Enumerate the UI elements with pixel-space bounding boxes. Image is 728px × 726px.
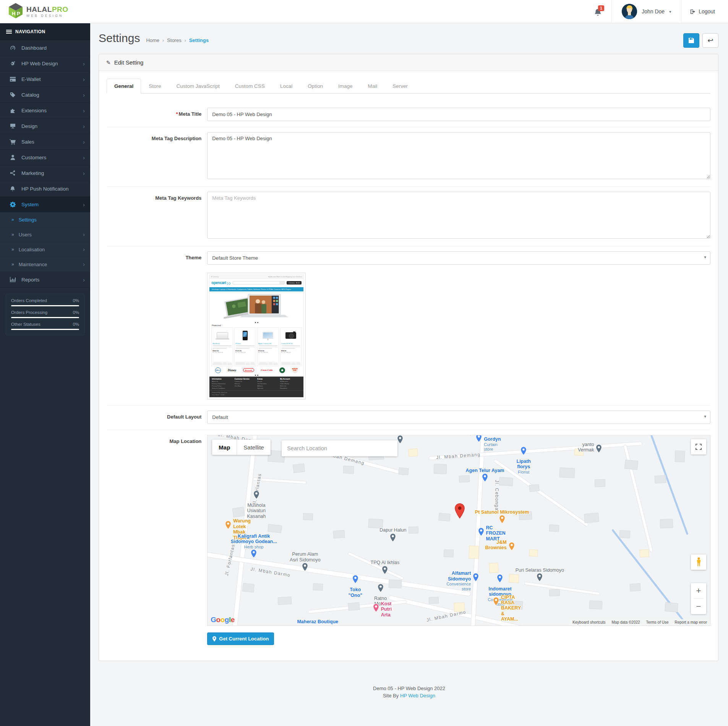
pink-pin-icon	[373, 603, 379, 614]
red-pin-icon	[455, 503, 465, 520]
sidebar-subitem-settings[interactable]: »Settings	[0, 212, 90, 227]
sidebar-item-customers[interactable]: Customers›	[0, 150, 90, 165]
sidebar-item-system[interactable]: System›	[0, 197, 90, 212]
meta-description-textarea[interactable]: Demo 05 - HP Web Design	[207, 132, 710, 179]
map-building	[619, 530, 631, 538]
sidebar-item-reports[interactable]: Reports›	[0, 272, 90, 288]
map-type-satellite-button[interactable]: Satellite	[237, 440, 270, 455]
tab-general[interactable]: General	[107, 79, 141, 94]
chevron-down-icon: ▾	[669, 10, 671, 14]
map-building	[549, 524, 559, 532]
dashboard-icon	[8, 45, 17, 51]
map-building	[459, 475, 470, 482]
brand-logo[interactable]: H P HALALPRO WEB DESIGN	[0, 0, 90, 23]
meta-title-input[interactable]	[207, 108, 710, 121]
sidebar-item-catalog[interactable]: Catalog›	[0, 87, 90, 103]
sidebar-item-marketing[interactable]: Marketing›	[0, 165, 90, 181]
preview-product-iphone: iPhone$123.20Ex Tax: $101.00	[234, 327, 256, 366]
user-name: John Doe	[642, 8, 665, 15]
footer-site-link[interactable]: HP Web Design	[400, 693, 435, 699]
menu-icon	[6, 30, 12, 31]
map-building	[428, 597, 439, 604]
poi-label: TPQ Al Ikhlas	[371, 560, 400, 565]
keyboard-shortcuts-link[interactable]: Keyboard shortcuts	[572, 620, 605, 624]
sidebar-item-dashboard[interactable]: Dashboard	[0, 40, 90, 56]
fullscreen-button[interactable]	[691, 439, 706, 454]
google-map[interactable]: Jl. ForlantasJl. ForlantasJl. Mbah Darmo…	[207, 435, 710, 626]
blue-pin-icon	[251, 549, 257, 560]
tag-icon	[8, 92, 17, 98]
sidebar-subitem-localisation[interactable]: »Localisation›	[0, 242, 90, 257]
tab-store[interactable]: Store	[141, 79, 169, 94]
tab-custom-css[interactable]: Custom CSS	[227, 79, 272, 94]
map-building	[499, 477, 513, 486]
zoom-out-button[interactable]: −	[691, 599, 706, 614]
blue-pin-icon	[482, 473, 488, 484]
sidebar-subitem-maintenance[interactable]: »Maintenance›	[0, 257, 90, 272]
map-road	[388, 595, 549, 626]
sidebar-item-extensions[interactable]: Extensions›	[0, 103, 90, 118]
breadcrumb-home[interactable]: Home	[146, 37, 159, 43]
sidebar-item-e-wallet[interactable]: E-Wallet›	[0, 71, 90, 87]
stat-progress-bar	[11, 317, 79, 318]
blue-pin-icon	[497, 574, 503, 585]
brand-tagline: WEB DESIGN	[26, 14, 68, 18]
get-current-location-button[interactable]: Get Current Location	[207, 632, 274, 645]
notifications-button[interactable]: 1	[587, 5, 611, 19]
sidebar-header[interactable]: NAVIGATION	[0, 23, 90, 40]
street-label: Jl. Cebongan	[494, 480, 499, 514]
report-error-link[interactable]: Report a map error	[675, 620, 707, 624]
meta-keywords-textarea[interactable]	[207, 192, 710, 239]
map-building	[343, 466, 354, 474]
terms-link[interactable]: Terms of Use	[646, 620, 669, 624]
required-asterisk: *	[176, 111, 178, 117]
breadcrumb-stores[interactable]: Stores	[167, 37, 182, 43]
sidebar-item-label: E-Wallet	[21, 76, 41, 82]
map-type-map-button[interactable]: Map	[212, 440, 237, 455]
breadcrumb-settings[interactable]: Settings	[189, 37, 209, 43]
sidebar-item-sales[interactable]: Sales›	[0, 134, 90, 150]
sidebar-subitem-users[interactable]: »Users›	[0, 227, 90, 242]
map-building	[303, 513, 313, 521]
tab-mail[interactable]: Mail	[360, 79, 385, 94]
save-button[interactable]	[683, 33, 699, 48]
stat-progress-bar	[11, 329, 79, 330]
tab-local[interactable]: Local	[272, 79, 300, 94]
chevron-right-icon: ›	[83, 276, 85, 283]
orange-pin-icon	[493, 597, 499, 608]
back-button[interactable]: ↩	[702, 33, 718, 48]
map-search-input[interactable]	[287, 445, 392, 451]
sidebar-item-hp-push-notification[interactable]: HP Push Notification	[0, 181, 90, 197]
blue-pin-icon	[520, 446, 527, 457]
poi-label: CIPTA RASA BAKERY & AYAM...	[501, 595, 521, 622]
map-building	[438, 513, 451, 522]
page-header: Settings Home › Stores › Settings ↩	[90, 23, 728, 52]
avatar	[622, 4, 637, 19]
tab-image[interactable]: Image	[331, 79, 360, 94]
form-group-meta-title: *Meta Title	[107, 103, 710, 127]
form-group-theme: Theme Default Store Theme $ Currency	[107, 246, 710, 406]
sidebar-item-hp-web-design[interactable]: HP Web Design›	[0, 56, 90, 71]
zoom-in-button[interactable]: +	[691, 583, 706, 598]
gray-pin-icon	[467, 435, 473, 438]
sidebar-item-label: Marketing	[21, 170, 44, 176]
user-menu[interactable]: John Doe ▾	[612, 4, 681, 19]
tab-custom-javascript[interactable]: Custom JavaScript	[169, 79, 227, 94]
form-group-default-layout: Default Layout Default	[107, 406, 710, 430]
logout-button[interactable]: Logout	[681, 8, 720, 15]
poi-label: J&M Brownies	[485, 540, 506, 551]
pegman-control[interactable]	[691, 555, 706, 570]
chevron-right-icon: ›	[83, 76, 85, 82]
preview-product-canon-eos-5d: Canon EOS 5D$98.00Ex Tax: $80.00	[280, 327, 302, 366]
gray-pin-icon	[302, 563, 308, 573]
chevron-right-icon: ›	[83, 154, 85, 161]
theme-select[interactable]: Default Store Theme	[207, 251, 710, 265]
map-building	[388, 580, 402, 589]
sidebar-item-design[interactable]: Design›	[0, 118, 90, 134]
tab-option[interactable]: Option	[300, 79, 331, 94]
gray-pin-icon	[596, 444, 602, 455]
tab-server[interactable]: Server	[385, 79, 415, 94]
poi-label: Pt Satunol Mikrosystem	[475, 509, 529, 515]
map-building	[624, 459, 638, 470]
default-layout-select[interactable]: Default	[207, 411, 710, 424]
